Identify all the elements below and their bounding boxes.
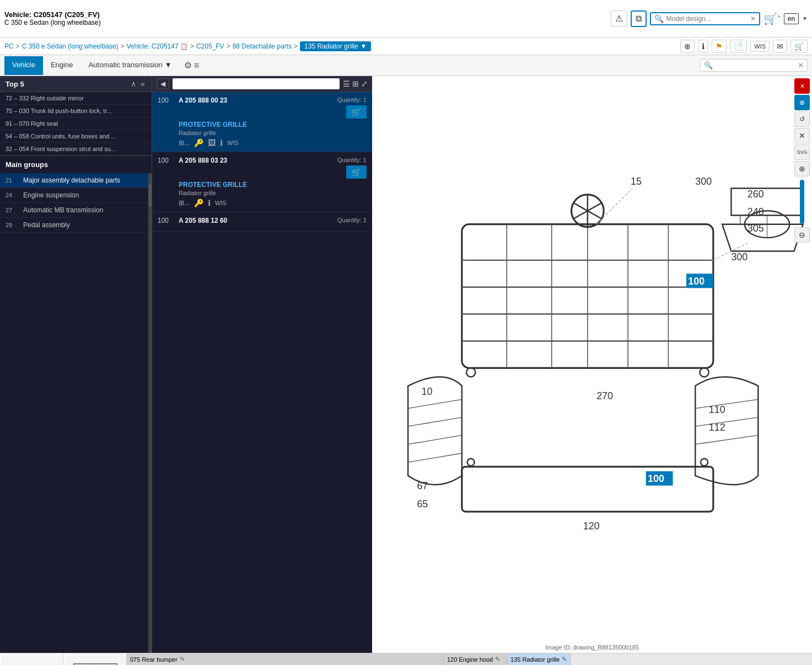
breadcrumb-detachable[interactable]: 88 Detachable parts: [233, 42, 292, 50]
breadcrumb-active-item[interactable]: 135 Radiator grille ▼: [300, 41, 371, 51]
top5-item-3[interactable]: 91 – 070 Right seat: [0, 117, 152, 130]
part-key-icon-1[interactable]: 🔑: [194, 138, 203, 147]
thumb-group-075-label: 075 Rear bumper ✎: [127, 653, 444, 665]
tab-engine[interactable]: Engine: [43, 56, 80, 75]
part-num-2: 100: [158, 157, 174, 164]
close-search-icon[interactable]: ✕: [750, 15, 756, 23]
close-diagram-button[interactable]: ✕: [794, 78, 810, 94]
part-qty-1: Quantity: 1 🛒: [337, 96, 367, 119]
group-item-27[interactable]: 27 Automatic MB transmission: [0, 203, 148, 218]
language-button[interactable]: en: [784, 13, 799, 24]
svg-text:305: 305: [748, 223, 764, 234]
svg-rect-0: [372, 152, 812, 565]
part-actions-2: ⊞... 🔑 ℹ WIS: [179, 199, 367, 207]
zoom-diagram-button[interactable]: ⊕: [794, 95, 810, 110]
tab-automatic-transmission[interactable]: Automatic transmission ▼: [80, 56, 179, 75]
filter-warning-button[interactable]: ⚑: [712, 40, 727, 53]
tab-vehicle[interactable]: Vehicle: [4, 56, 43, 75]
part-item-1[interactable]: 100 A 205 888 00 23 Quantity: 1 🛒 PROTEC…: [152, 92, 372, 152]
thumb-group-135: 135 Radiator grille ✎: [507, 653, 571, 665]
tab-list-icon[interactable]: ≡: [193, 60, 200, 72]
group-item-21[interactable]: 21 Major assembly detachable parts: [0, 173, 148, 188]
group-item-24[interactable]: 24 Engine suspension: [0, 188, 148, 203]
svg-text:100: 100: [688, 276, 705, 287]
history-diagram-button[interactable]: ↺: [794, 111, 810, 127]
breadcrumb-vehicle[interactable]: Vehicle: C205147 📋: [127, 42, 188, 50]
top5-item-1[interactable]: 72 – 332 Right outside mirror: [0, 92, 152, 105]
warning-button[interactable]: ⚠: [611, 10, 627, 26]
part-table-button-1[interactable]: ⊞...: [179, 139, 190, 147]
center-back-button[interactable]: ◀: [157, 78, 169, 89]
cart-button[interactable]: 🛒+: [763, 12, 780, 25]
top5-collapse-button[interactable]: ∧: [130, 79, 137, 88]
center-search-input[interactable]: [173, 78, 340, 89]
breadcrumb-pc[interactable]: PC: [4, 42, 14, 50]
wis-button[interactable]: WIS: [750, 41, 770, 52]
top5-header: Top 5 ∧ «: [0, 76, 152, 92]
part-wis-icon-1[interactable]: WIS: [227, 140, 239, 146]
bottom-thumbnails-bar: 075 Rear bumper ✎: [0, 653, 812, 665]
part-header-3: 100 A 205 888 12 60 Quantity: 1: [158, 217, 367, 224]
tab-search-input[interactable]: [715, 62, 798, 69]
add-cart-button-1[interactable]: 🛒: [346, 105, 367, 119]
svg-text:270: 270: [596, 390, 613, 401]
part-item-3[interactable]: 100 A 205 888 12 60 Quantity: 1: [152, 212, 372, 232]
thumb-group-135-title: 135 Radiator grille: [510, 656, 560, 663]
thumb-group-120-edit-icon[interactable]: ✎: [495, 656, 500, 663]
tab-bar: Vehicle Engine Automatic transmission ▼ …: [0, 55, 812, 76]
part-info-icon-1[interactable]: ℹ: [220, 138, 223, 147]
add-cart-button-2[interactable]: 🛒: [346, 165, 367, 179]
part-image-icon-1[interactable]: 🖼: [208, 138, 216, 147]
thumb-group-075-edit-icon[interactable]: ✎: [180, 656, 185, 663]
thumbnail-1[interactable]: [0, 653, 63, 665]
zoom-out-diagram-button[interactable]: ⊖: [794, 227, 810, 243]
expand-view-button[interactable]: ⤢: [361, 79, 368, 88]
copy-button[interactable]: ⧉: [631, 10, 647, 27]
info-button[interactable]: ℹ: [698, 40, 708, 53]
cart-breadcrumb-button[interactable]: 🛒: [791, 40, 808, 53]
mail-button[interactable]: ✉: [773, 40, 787, 53]
cross-diagram-button[interactable]: ✕: [794, 128, 810, 143]
part-info-icon-2[interactable]: ℹ: [208, 199, 211, 207]
svg-text:15: 15: [631, 176, 642, 187]
diagram-scroll-handle[interactable]: [800, 180, 804, 224]
part-table-button-2[interactable]: ⊞...: [179, 199, 190, 207]
part-code-2: A 205 888 03 23: [179, 157, 333, 164]
breadcrumb-sep-2: >: [120, 42, 124, 50]
part-desc-1: Radiator grille: [179, 130, 367, 136]
top5-item-5[interactable]: 32 – 054 Front suspension strut and su..…: [0, 143, 152, 155]
svg-diagram-button[interactable]: SVG: [794, 144, 810, 160]
header: Vehicle: C205147 (C205_FV) C 350 e Sedan…: [0, 0, 812, 37]
top5-close-button[interactable]: «: [139, 79, 146, 88]
svg-text:100: 100: [648, 473, 664, 484]
tab-settings-icon[interactable]: ⚙: [183, 59, 193, 72]
list-view-button[interactable]: ☰: [343, 79, 350, 88]
diagram-svg: 15 260 240 305 300 300 10 270 67 65 120 …: [372, 76, 812, 642]
group-item-29[interactable]: 29 Pedal assembly: [0, 218, 148, 233]
group-num-21: 21: [6, 177, 18, 184]
thumb-group-135-edit-icon[interactable]: ✎: [562, 656, 567, 663]
zoom-in-diagram-button[interactable]: ⊕: [794, 161, 810, 176]
part-name-2: PROTECTIVE GRILLE: [179, 181, 367, 189]
part-header-1: 100 A 205 888 00 23 Quantity: 1 🛒: [158, 96, 367, 119]
zoom-in-button[interactable]: ⊕: [680, 40, 695, 53]
group-num-24: 24: [6, 192, 18, 199]
document-button[interactable]: 📄: [730, 40, 747, 53]
group-list: 21 Major assembly detachable parts 24 En…: [0, 173, 148, 653]
top5-item-2[interactable]: 75 – 030 Trunk lid push-button lock, tr.…: [0, 105, 152, 117]
tab-search-box: 🔍 ✕: [700, 59, 808, 72]
model-search-input[interactable]: [666, 15, 750, 23]
grid-view-button[interactable]: ⊞: [352, 79, 359, 88]
tab-search-clear[interactable]: ✕: [798, 61, 804, 69]
part-item-2[interactable]: 100 A 205 888 03 23 Quantity: 1 🛒 PROTEC…: [152, 152, 372, 212]
breadcrumb-c205fv[interactable]: C205_FV: [196, 42, 224, 50]
thumbnail-2[interactable]: [63, 653, 127, 665]
top5-item-4[interactable]: 54 – 058 Control units, fuse boxes and .…: [0, 130, 152, 143]
parts-list: 100 A 205 888 00 23 Quantity: 1 🛒 PROTEC…: [152, 92, 372, 653]
breadcrumb-model[interactable]: C 350 e Sedan (long wheelbase): [22, 42, 119, 50]
group-scroll-bar[interactable]: [148, 173, 152, 653]
part-code-1: A 205 888 00 23: [179, 96, 333, 104]
part-wis-icon-2[interactable]: WIS: [215, 200, 227, 206]
part-key-icon-2[interactable]: 🔑: [194, 199, 203, 207]
part-qty-3: Quantity: 1: [337, 217, 367, 223]
